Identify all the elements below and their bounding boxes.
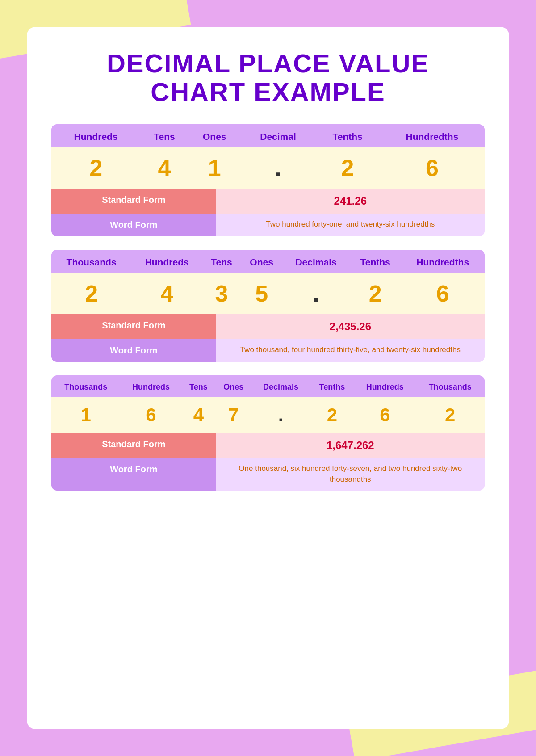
table3-digit-0: 1 [51,397,120,433]
table2-standard-flex: Standard Form 2,435.26 [51,314,485,339]
table3-digit-3: 7 [215,397,252,433]
table3: Thousands Hundreds Tens Ones Decimals Te… [51,375,485,491]
table3-word-row: Word Form One thousand, six hundred fort… [51,458,485,491]
table2-digit-0: 2 [51,273,131,314]
table2-section: Thousands Hundreds Tens Ones Decimals Te… [51,250,485,362]
page-title: DECIMAL PLACE VALUE CHART EXAMPLE [51,49,485,106]
table1-digit-0: 2 [51,147,140,189]
table1-digit-3: . [241,147,316,189]
table3-word-value: One thousand, six hundred forty-seven, a… [216,458,485,491]
table3-word-label: Word Form [51,458,216,491]
table3-section: Thousands Hundreds Tens Ones Decimals Te… [51,375,485,491]
table1-word-label: Word Form [51,214,216,236]
table3-digit-4: . [251,397,310,433]
table2-digit-1: 4 [131,273,202,314]
table3-standard-value: 1,647.262 [216,433,485,458]
table3-digit-7: 2 [415,397,485,433]
table2-header-tens: Tens [202,250,241,273]
table1-digit-2: 1 [188,147,241,189]
table2-header-hundredths: Hundredths [401,250,485,273]
table1-standard-flex: Standard Form 241.26 [51,189,485,214]
table2: Thousands Hundreds Tens Ones Decimals Te… [51,250,485,362]
table1-standard-label: Standard Form [51,189,216,214]
table3-header-tenths: Tenths [310,375,355,397]
table2-word-row: Word Form Two thousand, four hundred thi… [51,339,485,362]
table2-header-tenths: Tenths [350,250,401,273]
table2-word-label: Word Form [51,339,216,362]
table2-digit-6: 6 [401,273,485,314]
main-card: DECIMAL PLACE VALUE CHART EXAMPLE Hundre… [27,27,509,729]
table1-header-decimal: Decimal [241,124,316,147]
table3-digit-2: 4 [182,397,215,433]
table3-header-row: Thousands Hundreds Tens Ones Decimals Te… [51,375,485,397]
table1-digit-1: 4 [140,147,188,189]
table3-header-ones: Ones [215,375,252,397]
table3-header-decimals: Decimals [251,375,310,397]
table1-word-value: Two hundred forty-one, and twenty-six hu… [216,214,485,236]
table2-standard-value: 2,435.26 [216,314,485,339]
table1: Hundreds Tens Ones Decimal Tenths Hundre… [51,124,485,236]
table1-digit-5: 6 [380,147,485,189]
table3-wrap: Thousands Hundreds Tens Ones Decimals Te… [51,375,485,491]
table1-word-row: Word Form Two hundred forty-one, and twe… [51,214,485,236]
table3-header-tens: Tens [182,375,215,397]
table1-header-ones: Ones [188,124,241,147]
table3-header-thousands2: Thousands [415,375,485,397]
table2-word-value: Two thousand, four hundred thirty-five, … [216,339,485,362]
table3-digit-1: 6 [120,397,181,433]
table1-section: Hundreds Tens Ones Decimal Tenths Hundre… [51,124,485,236]
table2-digit-2: 3 [202,273,241,314]
table1-digit-row: 2 4 1 . 2 6 [51,147,485,189]
table1-header-tens: Tens [140,124,188,147]
table2-header-row: Thousands Hundreds Tens Ones Decimals Te… [51,250,485,273]
table3-header-thousands: Thousands [51,375,120,397]
table2-digit-4: . [282,273,350,314]
table1-word-flex: Word Form Two hundred forty-one, and twe… [51,214,485,236]
table2-wrap: Thousands Hundreds Tens Ones Decimals Te… [51,250,485,362]
table3-digit-row: 1 6 4 7 . 2 6 2 [51,397,485,433]
table2-digit-5: 2 [350,273,401,314]
table2-word-flex: Word Form Two thousand, four hundred thi… [51,339,485,362]
table1-digit-4: 2 [315,147,380,189]
table1-header-hundredths: Hundredths [380,124,485,147]
table2-header-ones: Ones [241,250,282,273]
table2-header-hundreds: Hundreds [131,250,202,273]
table1-standard-value: 241.26 [216,189,485,214]
table3-standard-label: Standard Form [51,433,216,458]
table3-header-hundreds: Hundreds [120,375,181,397]
table3-header-hundreds2: Hundreds [354,375,415,397]
table1-header-tenths: Tenths [315,124,380,147]
table3-digit-5: 2 [310,397,355,433]
table1-header-hundreds: Hundreds [51,124,140,147]
table3-word-flex: Word Form One thousand, six hundred fort… [51,458,485,491]
table1-wrap: Hundreds Tens Ones Decimal Tenths Hundre… [51,124,485,236]
table2-digit-row: 2 4 3 5 . 2 6 [51,273,485,314]
table2-standard-label: Standard Form [51,314,216,339]
table3-digit-6: 6 [354,397,415,433]
table3-standard-row: Standard Form 1,647.262 [51,433,485,458]
table3-standard-flex: Standard Form 1,647.262 [51,433,485,458]
table2-header-thousands: Thousands [51,250,131,273]
table1-standard-row: Standard Form 241.26 [51,189,485,214]
table2-header-decimals: Decimals [282,250,350,273]
table1-header-row: Hundreds Tens Ones Decimal Tenths Hundre… [51,124,485,147]
table2-standard-row: Standard Form 2,435.26 [51,314,485,339]
table2-digit-3: 5 [241,273,282,314]
